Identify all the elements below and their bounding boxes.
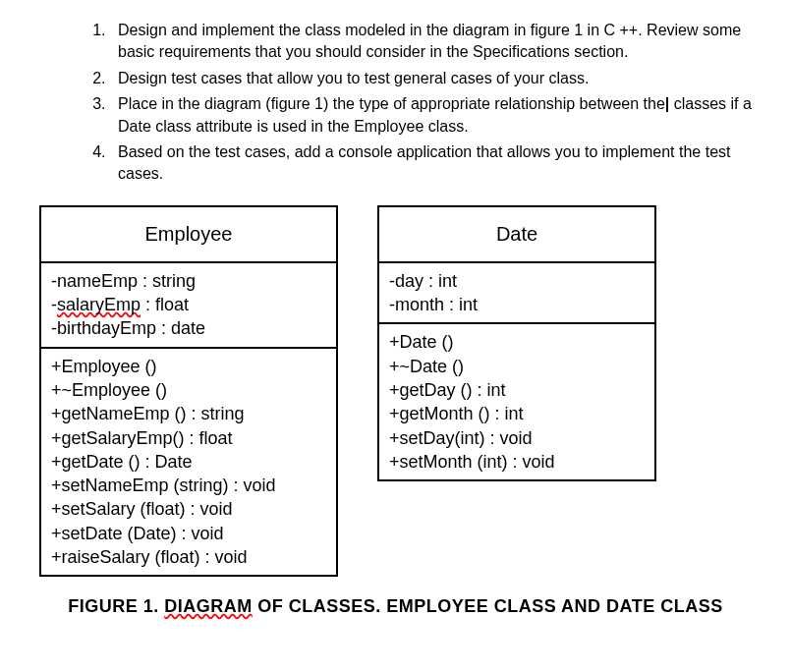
uml-op: +getNameEmp () : string xyxy=(51,402,326,425)
uml-attr-wavy: salaryEmp xyxy=(57,295,141,314)
uml-op: +getDay () : int xyxy=(389,378,645,402)
uml-op: +getMonth () : int xyxy=(389,402,645,425)
uml-attr-suffix: : float xyxy=(141,295,189,314)
instruction-item-1: Design and implement the class modeled i… xyxy=(110,20,752,64)
instruction-item-3-text-a: Place in the diagram (figure 1) the type… xyxy=(118,95,665,112)
uml-employee-title: Employee xyxy=(41,207,336,263)
uml-op: +setDate (Date) : void xyxy=(51,522,326,545)
uml-op: +getDate () : Date xyxy=(51,450,326,474)
uml-date-operations: +Date () +~Date () +getDay () : int +get… xyxy=(379,322,654,479)
uml-attr: -month : int xyxy=(389,293,645,316)
caption-prefix: FIGURE 1. xyxy=(68,596,164,616)
uml-date-title: Date xyxy=(379,207,654,263)
uml-attr: -day : int xyxy=(389,269,645,293)
uml-op: +setMonth (int) : void xyxy=(389,450,645,474)
uml-employee-attributes: -nameEmp : string -salaryEmp : float -bi… xyxy=(41,263,336,347)
instruction-item-2: Design test cases that allow you to test… xyxy=(110,68,752,89)
uml-date-attributes: -day : int -month : int xyxy=(379,263,654,323)
uml-op: +setSalary (float) : void xyxy=(51,497,326,521)
uml-class-employee: Employee -nameEmp : string -salaryEmp : … xyxy=(39,205,338,578)
uml-op: +getSalaryEmp() : float xyxy=(51,426,326,450)
figure-caption: FIGURE 1. DIAGRAM OF CLASSES. EMPLOYEE C… xyxy=(39,596,752,617)
uml-attr: -birthdayEmp : date xyxy=(51,316,326,340)
uml-class-date: Date -day : int -month : int +Date () +~… xyxy=(377,205,656,481)
uml-employee-operations: +Employee () +~Employee () +getNameEmp (… xyxy=(41,347,336,576)
uml-op: +raiseSalary (float) : void xyxy=(51,545,326,569)
caption-suffix: OF CLASSES. EMPLOYEE CLASS AND DATE CLAS… xyxy=(253,596,723,616)
uml-op: +Employee () xyxy=(51,355,326,378)
uml-op: +setNameEmp (string) : void xyxy=(51,474,326,497)
uml-diagrams-container: Employee -nameEmp : string -salaryEmp : … xyxy=(39,205,752,578)
instruction-item-3: Place in the diagram (figure 1) the type… xyxy=(110,93,752,138)
uml-attr: -salaryEmp : float xyxy=(51,293,326,316)
instruction-item-4: Based on the test cases, add a console a… xyxy=(110,141,752,186)
uml-op: +~Employee () xyxy=(51,378,326,402)
uml-op: +setDay(int) : void xyxy=(389,426,645,450)
instruction-list: Design and implement the class modeled i… xyxy=(39,20,752,186)
uml-op: +~Date () xyxy=(389,355,645,378)
caption-wavy: DIAGRAM xyxy=(164,596,253,616)
uml-attr: -nameEmp : string xyxy=(51,269,326,293)
uml-op: +Date () xyxy=(389,330,645,354)
